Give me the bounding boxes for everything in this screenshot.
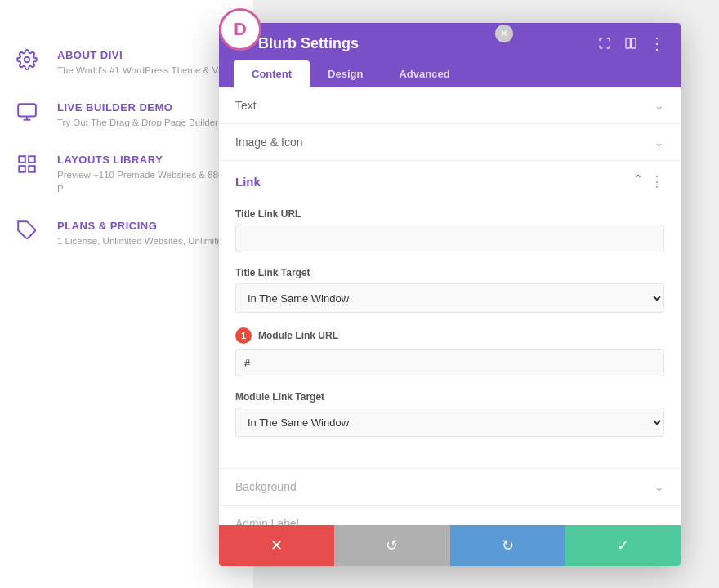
svg-rect-4 bbox=[19, 156, 25, 163]
image-icon-section-row[interactable]: Image & Icon ⌄ bbox=[219, 124, 681, 161]
title-link-url-label: Title Link URL bbox=[235, 208, 664, 220]
title-link-url-group: Title Link URL bbox=[235, 208, 664, 252]
link-section-header-left: Link bbox=[235, 175, 261, 189]
sidebar-item-about-divi-content: ABOUT DIVI The World's #1 WordPress Them… bbox=[57, 49, 235, 78]
expand-icon[interactable] bbox=[596, 34, 614, 52]
sidebar-item-layouts-library-content: LAYOUTS LIBRARY Preview +110 Premade Web… bbox=[57, 154, 237, 197]
sidebar: ABOUT DIVI The World's #1 WordPress Them… bbox=[0, 0, 253, 588]
title-link-target-group: Title Link Target In The Same Window In … bbox=[235, 267, 664, 313]
svg-rect-5 bbox=[29, 156, 35, 163]
sidebar-item-plans-pricing-desc: 1 License, Unlimited Websites, Unlimited… bbox=[57, 234, 237, 248]
sidebar-item-live-builder-desc: Try Out The Drag & Drop Page Builder For bbox=[57, 116, 234, 130]
modal-header-icons: ⋮ bbox=[596, 34, 666, 52]
module-link-target-label: Module Link Target bbox=[235, 391, 664, 403]
cancel-button[interactable]: ✕ bbox=[219, 525, 334, 566]
background-section-row[interactable]: Background ⌄ bbox=[219, 469, 681, 506]
svg-point-0 bbox=[25, 57, 30, 63]
svg-rect-6 bbox=[19, 166, 25, 172]
tab-advanced[interactable]: Advanced bbox=[381, 60, 467, 87]
link-section-header[interactable]: Link ⌃ ⋮ bbox=[219, 161, 681, 202]
modal-header: Blurb Settings ⋮ Content Design Advanced bbox=[219, 23, 681, 87]
save-button[interactable]: ✓ bbox=[565, 525, 681, 566]
background-section-label: Background bbox=[235, 480, 297, 493]
module-link-target-select[interactable]: In The Same Window In The New Window bbox=[235, 408, 664, 437]
module-link-target-group: Module Link Target In The Same Window In… bbox=[235, 391, 664, 437]
link-section-title: Link bbox=[235, 175, 261, 189]
module-link-url-input[interactable] bbox=[235, 349, 664, 376]
blurb-settings-modal: Blurb Settings ⋮ Content Design Advanced bbox=[219, 23, 681, 566]
sidebar-item-layouts-library-desc: Preview +110 Premade Websites & 880+ P bbox=[57, 168, 237, 197]
title-link-target-select[interactable]: In The Same Window In The New Window bbox=[235, 283, 664, 313]
text-section-label: Text bbox=[235, 99, 257, 112]
svg-rect-9 bbox=[626, 38, 630, 48]
modal-title-row: Blurb Settings ⋮ bbox=[234, 34, 666, 52]
module-link-url-group: 1 Module Link URL bbox=[235, 327, 664, 376]
link-section-body: Title Link URL Title Link Target In The … bbox=[219, 202, 681, 468]
image-icon-section-label: Image & Icon bbox=[235, 136, 303, 149]
redo-button[interactable]: ↻ bbox=[450, 525, 565, 566]
tab-design[interactable]: Design bbox=[310, 60, 381, 87]
modal-footer: ✕ ↺ ↻ ✓ bbox=[219, 525, 681, 566]
modal-body: Text ⌄ Image & Icon ⌄ Link ⌃ ⋮ Tit bbox=[219, 87, 681, 525]
link-chevron-up-icon: ⌃ bbox=[633, 172, 643, 190]
module-link-badge: 1 bbox=[235, 327, 252, 344]
sidebar-item-layouts-library-title: LAYOUTS LIBRARY bbox=[57, 154, 237, 166]
svg-rect-1 bbox=[18, 104, 36, 116]
title-link-target-label: Title Link Target bbox=[235, 267, 664, 278]
sidebar-item-layouts-library[interactable]: LAYOUTS LIBRARY Preview +110 Premade Web… bbox=[16, 154, 237, 197]
divi-logo: D bbox=[219, 8, 261, 51]
cursor-icon bbox=[16, 101, 46, 131]
undo-button[interactable]: ↺ bbox=[334, 525, 449, 566]
sidebar-item-about-divi-desc: The World's #1 WordPress Theme & Visua bbox=[57, 64, 235, 78]
sidebar-item-live-builder-content: LIVE BUILDER DEMO Try Out The Drag & Dro… bbox=[57, 101, 234, 130]
tab-content[interactable]: Content bbox=[234, 60, 310, 87]
admin-label-section-label: Admin Label bbox=[235, 517, 299, 525]
image-icon-chevron-icon: ⌄ bbox=[654, 136, 664, 149]
module-link-url-label: Module Link URL bbox=[258, 330, 338, 341]
sidebar-item-plans-pricing-content: PLANS & PRICING 1 License, Unlimited Web… bbox=[57, 220, 237, 248]
title-link-url-input[interactable] bbox=[235, 225, 664, 252]
sidebar-item-about-divi[interactable]: ABOUT DIVI The World's #1 WordPress Them… bbox=[16, 49, 237, 78]
grid-icon bbox=[16, 154, 46, 183]
svg-rect-7 bbox=[29, 166, 35, 172]
columns-icon[interactable] bbox=[622, 34, 640, 52]
admin-label-section-row[interactable]: Admin Label ⌄ bbox=[219, 506, 681, 525]
sidebar-item-about-divi-title: ABOUT DIVI bbox=[57, 49, 235, 61]
sidebar-item-live-builder-title: LIVE BUILDER DEMO bbox=[57, 101, 234, 114]
more-options-icon[interactable]: ⋮ bbox=[648, 34, 666, 52]
sidebar-item-live-builder-demo[interactable]: LIVE BUILDER DEMO Try Out The Drag & Dro… bbox=[16, 101, 237, 131]
modal-close-button[interactable]: ✕ bbox=[495, 24, 513, 42]
link-more-icon[interactable]: ⋮ bbox=[650, 172, 664, 190]
link-section: Link ⌃ ⋮ Title Link URL Title Link Targe… bbox=[219, 161, 681, 469]
modal-tabs: Content Design Advanced bbox=[234, 60, 666, 87]
text-section-row[interactable]: Text ⌄ bbox=[219, 87, 681, 124]
admin-label-chevron-icon: ⌄ bbox=[654, 517, 664, 525]
svg-rect-10 bbox=[632, 38, 636, 48]
gear-icon bbox=[16, 49, 46, 78]
text-chevron-icon: ⌄ bbox=[654, 99, 664, 112]
sidebar-item-plans-pricing-title: PLANS & PRICING bbox=[57, 220, 237, 232]
tag-icon bbox=[16, 220, 46, 249]
background-chevron-icon: ⌄ bbox=[654, 480, 664, 493]
module-link-url-label-row: 1 Module Link URL bbox=[235, 327, 664, 344]
sidebar-item-plans-pricing[interactable]: PLANS & PRICING 1 License, Unlimited Web… bbox=[16, 220, 237, 249]
link-section-icons: ⌃ ⋮ bbox=[633, 172, 664, 190]
